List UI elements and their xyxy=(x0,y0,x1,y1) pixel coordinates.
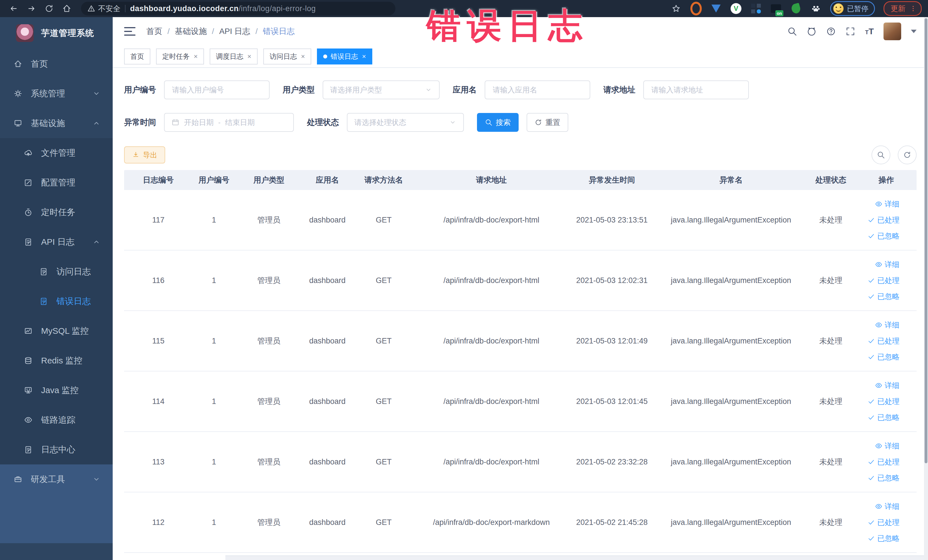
address-bar[interactable]: 不安全 dashboard.yudao.iocoder.cn/infra/log… xyxy=(81,2,395,15)
sidebar-item-error-log[interactable]: 错误日志 xyxy=(0,287,113,316)
font-size-icon[interactable]: TT xyxy=(865,26,874,36)
sidebar-item-file-mgmt[interactable]: 文件管理 xyxy=(0,138,113,168)
user-type-label: 用户类型 xyxy=(283,84,314,95)
browser-back-button[interactable] xyxy=(6,2,21,15)
extension-blue-shield-icon[interactable] xyxy=(710,3,722,14)
tab-close-icon[interactable]: × xyxy=(194,52,198,61)
sidebar-item-home[interactable]: 首页 xyxy=(0,49,113,79)
extension-grid-icon[interactable] xyxy=(750,3,762,14)
sidebar-item-link-trace[interactable]: 链路追踪 xyxy=(0,405,113,435)
sidebar-item-java-monitor[interactable]: Java 监控 xyxy=(0,375,113,405)
processed-link[interactable]: 已处理 xyxy=(856,333,899,349)
github-icon[interactable] xyxy=(807,26,817,36)
sidebar-item-dev-tools[interactable]: 研发工具 xyxy=(0,464,113,494)
extension-on-badge-icon[interactable] xyxy=(770,3,781,14)
extension-paw-icon[interactable] xyxy=(810,3,821,14)
hamburger-icon[interactable] xyxy=(124,27,136,36)
ignored-link[interactable]: 已忽略 xyxy=(856,530,899,546)
breadcrumb-home[interactable]: 首页 xyxy=(147,26,162,37)
cell-log-id: 113 xyxy=(124,458,192,467)
extension-orange-icon[interactable] xyxy=(690,3,702,14)
tab-cron-job[interactable]: 定时任务× xyxy=(156,49,204,64)
request-url-label: 请求地址 xyxy=(603,84,635,95)
breadcrumb-api-log[interactable]: API 日志 xyxy=(219,26,250,37)
sidebar-item-config-mgmt[interactable]: 配置管理 xyxy=(0,168,113,197)
reset-button[interactable]: 重置 xyxy=(527,113,568,132)
user-avatar[interactable] xyxy=(884,23,901,40)
request-url-input[interactable] xyxy=(651,85,742,95)
help-icon[interactable] xyxy=(826,26,836,36)
processed-link[interactable]: 已处理 xyxy=(856,272,899,288)
security-warning[interactable]: 不安全 xyxy=(87,4,121,14)
kebab-menu-icon[interactable] xyxy=(910,5,917,12)
scrollbar-thumb[interactable] xyxy=(925,18,927,463)
browser-update-button[interactable]: 更新 xyxy=(884,1,922,16)
user-id-input[interactable] xyxy=(171,85,262,95)
toggle-search-button[interactable] xyxy=(872,145,890,164)
exception-time-range-picker[interactable]: 开始日期 - 结束日期 xyxy=(164,113,294,132)
detail-link[interactable]: 详细 xyxy=(856,438,899,454)
bookmark-star-icon[interactable] xyxy=(670,3,682,14)
ignored-link[interactable]: 已忽略 xyxy=(856,349,899,365)
breadcrumb-error-log: 错误日志 xyxy=(263,26,295,37)
export-button[interactable]: 导出 xyxy=(124,146,165,163)
tab-schedule-log[interactable]: 调度日志× xyxy=(210,49,258,64)
detail-link[interactable]: 详细 xyxy=(856,256,899,272)
processed-link[interactable]: 已处理 xyxy=(856,514,899,530)
app-name-input[interactable] xyxy=(492,85,583,95)
cell-log-id: 115 xyxy=(124,337,192,345)
cell-time: 2021-05-02 23:32:28 xyxy=(568,458,656,467)
tab-close-icon[interactable]: × xyxy=(362,52,366,61)
sidebar-item-cron-job[interactable]: 定时任务 xyxy=(0,197,113,227)
avatar-caret-down-icon[interactable] xyxy=(911,30,917,33)
search-button[interactable]: 搜索 xyxy=(477,113,519,132)
tab-home[interactable]: 首页 xyxy=(124,49,150,64)
tab-close-icon[interactable]: × xyxy=(247,52,251,61)
detail-link[interactable]: 详细 xyxy=(856,317,899,333)
ignored-link[interactable]: 已忽略 xyxy=(856,288,899,304)
sidebar-item-api-log[interactable]: API 日志 xyxy=(0,227,113,257)
processed-link[interactable]: 已处理 xyxy=(856,394,899,409)
processed-link[interactable]: 已处理 xyxy=(856,454,899,470)
ignored-link[interactable]: 已忽略 xyxy=(856,409,899,425)
cell-url: /api/infra/db-doc/export-html xyxy=(415,397,568,406)
cell-app-name: dashboard xyxy=(302,337,352,345)
refresh-table-button[interactable] xyxy=(898,145,917,164)
browser-forward-button[interactable] xyxy=(24,2,39,15)
ignored-link[interactable]: 已忽略 xyxy=(856,228,899,244)
sidebar-item-infrastructure[interactable]: 基础设施 xyxy=(0,108,113,138)
extension-green-v-icon[interactable]: V xyxy=(730,3,742,14)
cell-exception: java.lang.IllegalArgumentException xyxy=(656,276,806,285)
breadcrumb-infrastructure[interactable]: 基础设施 xyxy=(175,26,207,37)
sidebar-item-log-center[interactable]: 日志中心 xyxy=(0,435,113,464)
tab-error-log[interactable]: 错误日志× xyxy=(317,49,372,64)
table-row: 1131管理员dashboardGET/api/infra/db-doc/exp… xyxy=(124,432,917,492)
sidebar-item-mysql-monitor[interactable]: MySQL 监控 xyxy=(0,316,113,346)
detail-link[interactable]: 详细 xyxy=(856,377,899,394)
cell-method: GET xyxy=(352,518,415,527)
exception-time-label: 异常时间 xyxy=(124,117,156,128)
tab-close-icon[interactable]: × xyxy=(301,52,305,61)
sidebar-item-access-log[interactable]: 访问日志 xyxy=(0,257,113,287)
cell-time: 2021-05-03 12:01:45 xyxy=(568,397,656,406)
process-status-select[interactable]: 请选择处理状态 xyxy=(347,113,464,132)
sidebar-item-redis-monitor[interactable]: Redis 监控 xyxy=(0,346,113,375)
table-row: 1141管理员dashboardGET/api/infra/db-doc/exp… xyxy=(124,371,917,432)
processed-link[interactable]: 已处理 xyxy=(856,212,899,228)
extension-leaf-icon[interactable] xyxy=(790,3,801,14)
browser-home-button[interactable] xyxy=(60,2,74,15)
detail-link[interactable]: 详细 xyxy=(856,196,899,212)
cell-time: 2021-05-03 23:13:51 xyxy=(568,216,656,224)
search-icon[interactable] xyxy=(788,26,797,36)
fullscreen-icon[interactable] xyxy=(846,26,855,36)
sidebar-item-system-mgmt[interactable]: 系统管理 xyxy=(0,79,113,108)
detail-link[interactable]: 详细 xyxy=(856,498,899,514)
cell-app-name: dashboard xyxy=(302,397,352,406)
page-scrollbar[interactable] xyxy=(924,17,928,560)
ignored-link[interactable]: 已忽略 xyxy=(856,470,899,486)
profile-paused-badge[interactable]: 已暂停 xyxy=(830,1,875,16)
app-logo-row[interactable]: 芋道管理系统 xyxy=(0,17,113,49)
user-type-select[interactable]: 请选择用户类型 xyxy=(323,81,440,99)
browser-reload-button[interactable] xyxy=(42,2,56,15)
tab-access-log[interactable]: 访问日志× xyxy=(263,49,311,64)
